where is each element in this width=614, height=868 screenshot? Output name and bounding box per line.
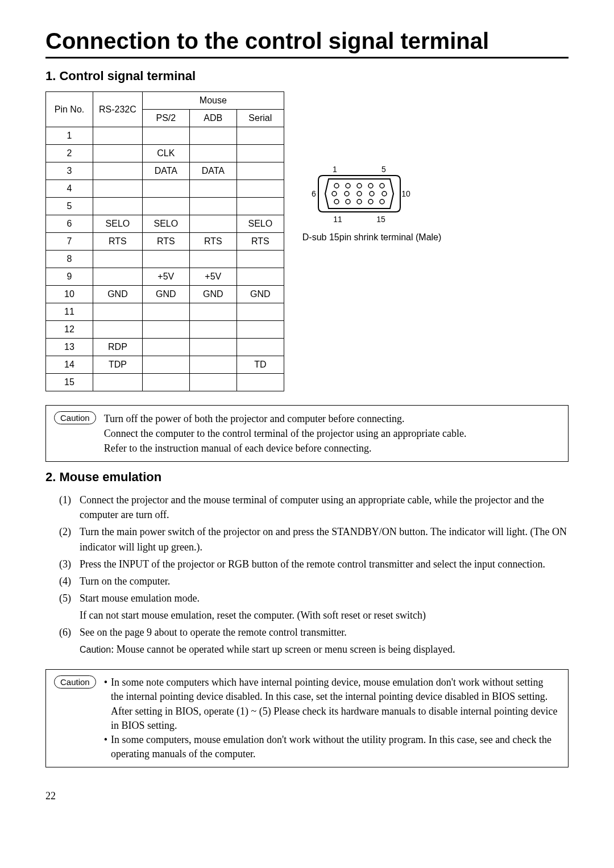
table-cell: 2 bbox=[46, 145, 93, 162]
mouse-emulation-steps: (1)Connect the projector and the mouse t… bbox=[45, 493, 569, 640]
table-cell bbox=[189, 215, 237, 233]
caution-1-line: Connect the computer to the control term… bbox=[104, 426, 467, 441]
table-cell bbox=[189, 145, 237, 162]
table-cell bbox=[142, 374, 189, 391]
table-cell bbox=[93, 321, 143, 339]
caution-label: Caution bbox=[54, 411, 96, 424]
connector-diagram: 1 5 6 10 11 15 bbox=[302, 91, 442, 243]
table-cell: DATA bbox=[142, 162, 189, 180]
caution-box-2: Caution •In some note computers which ha… bbox=[45, 669, 569, 767]
caution-1-line: Turn off the power of both the projector… bbox=[104, 411, 467, 426]
svg-point-9 bbox=[382, 191, 387, 196]
table-cell: 1 bbox=[46, 127, 93, 145]
table-cell bbox=[237, 321, 284, 339]
table-cell: TD bbox=[237, 356, 284, 374]
svg-point-11 bbox=[346, 199, 350, 204]
svg-point-12 bbox=[357, 199, 362, 204]
page-title: Connection to the control signal termina… bbox=[45, 28, 569, 59]
pin-label-15: 15 bbox=[376, 215, 385, 224]
table-cell bbox=[93, 198, 143, 215]
dsub-connector-icon: 1 5 6 10 11 15 bbox=[302, 165, 416, 228]
table-cell bbox=[189, 339, 237, 356]
table-cell: 11 bbox=[46, 303, 93, 321]
section-1-heading: 1. Control signal terminal bbox=[45, 69, 569, 84]
table-cell: 3 bbox=[46, 162, 93, 180]
table-cell: 13 bbox=[46, 339, 93, 356]
table-cell bbox=[237, 162, 284, 180]
svg-point-4 bbox=[380, 183, 384, 188]
caution-1-line: Refer to the instruction manual of each … bbox=[104, 441, 467, 456]
table-cell bbox=[237, 251, 284, 268]
table-cell bbox=[142, 339, 189, 356]
table-cell bbox=[142, 356, 189, 374]
table-cell bbox=[93, 162, 143, 180]
table-cell bbox=[237, 303, 284, 321]
header-adb: ADB bbox=[189, 110, 237, 127]
list-item: If can not start mouse emulation, reset … bbox=[59, 608, 569, 623]
table-cell bbox=[93, 251, 143, 268]
table-cell: GND bbox=[237, 286, 284, 303]
table-cell bbox=[142, 251, 189, 268]
section-2-heading: 2. Mouse emulation bbox=[45, 470, 569, 485]
table-cell bbox=[142, 198, 189, 215]
header-ps2: PS/2 bbox=[142, 110, 189, 127]
table-cell: 7 bbox=[46, 233, 93, 251]
table-cell: GND bbox=[93, 286, 143, 303]
table-cell: SELO bbox=[142, 215, 189, 233]
table-cell: RTS bbox=[93, 233, 143, 251]
table-cell: 8 bbox=[46, 251, 93, 268]
table-cell bbox=[189, 374, 237, 391]
header-mouse: Mouse bbox=[142, 92, 284, 110]
header-rs232c: RS-232C bbox=[93, 92, 143, 127]
table-cell bbox=[93, 145, 143, 162]
header-pin-no: Pin No. bbox=[46, 92, 93, 127]
pin-label-11: 11 bbox=[333, 215, 342, 224]
table-cell bbox=[189, 356, 237, 374]
table-cell bbox=[237, 374, 284, 391]
table-cell: 10 bbox=[46, 286, 93, 303]
table-cell: RTS bbox=[142, 233, 189, 251]
table-cell bbox=[237, 268, 284, 286]
table-cell: 15 bbox=[46, 374, 93, 391]
svg-point-0 bbox=[334, 183, 339, 188]
pin-label-1: 1 bbox=[333, 165, 337, 174]
svg-point-5 bbox=[332, 191, 337, 196]
pin-table: Pin No. RS-232C Mouse PS/2 ADB Serial 12… bbox=[45, 91, 284, 391]
caution-2-bullets: •In some note computers which have inter… bbox=[104, 675, 558, 761]
svg-point-2 bbox=[357, 183, 362, 188]
list-item: (3)Press the INPUT of the projector or R… bbox=[59, 557, 569, 571]
caution-1-text: Turn off the power of both the projector… bbox=[104, 411, 467, 456]
table-cell bbox=[189, 127, 237, 145]
pin-label-6: 6 bbox=[312, 189, 316, 198]
table-cell: CLK bbox=[142, 145, 189, 162]
table-cell: SELO bbox=[237, 215, 284, 233]
table-cell bbox=[142, 127, 189, 145]
table-cell bbox=[142, 321, 189, 339]
table-cell: TDP bbox=[93, 356, 143, 374]
svg-point-14 bbox=[380, 199, 384, 204]
table-cell: 5 bbox=[46, 198, 93, 215]
list-item: (2)Turn the main power switch of the pro… bbox=[59, 524, 569, 554]
svg-point-8 bbox=[370, 191, 374, 196]
table-cell: +5V bbox=[142, 268, 189, 286]
table-cell bbox=[93, 127, 143, 145]
table-cell bbox=[93, 303, 143, 321]
table-cell: RDP bbox=[93, 339, 143, 356]
table-cell bbox=[142, 180, 189, 198]
caution-label: Caution bbox=[54, 675, 96, 688]
caution-box-1: Caution Turn off the power of both the p… bbox=[45, 405, 569, 462]
svg-point-1 bbox=[346, 183, 350, 188]
page-number: 22 bbox=[45, 790, 569, 802]
table-cell bbox=[237, 198, 284, 215]
table-cell: 6 bbox=[46, 215, 93, 233]
table-cell: RTS bbox=[237, 233, 284, 251]
table-cell bbox=[237, 145, 284, 162]
table-cell bbox=[237, 339, 284, 356]
header-serial: Serial bbox=[237, 110, 284, 127]
table-cell: GND bbox=[189, 286, 237, 303]
table-cell bbox=[189, 321, 237, 339]
table-cell: 12 bbox=[46, 321, 93, 339]
table-cell bbox=[189, 251, 237, 268]
pin-label-10: 10 bbox=[401, 189, 410, 198]
svg-point-7 bbox=[357, 191, 362, 196]
